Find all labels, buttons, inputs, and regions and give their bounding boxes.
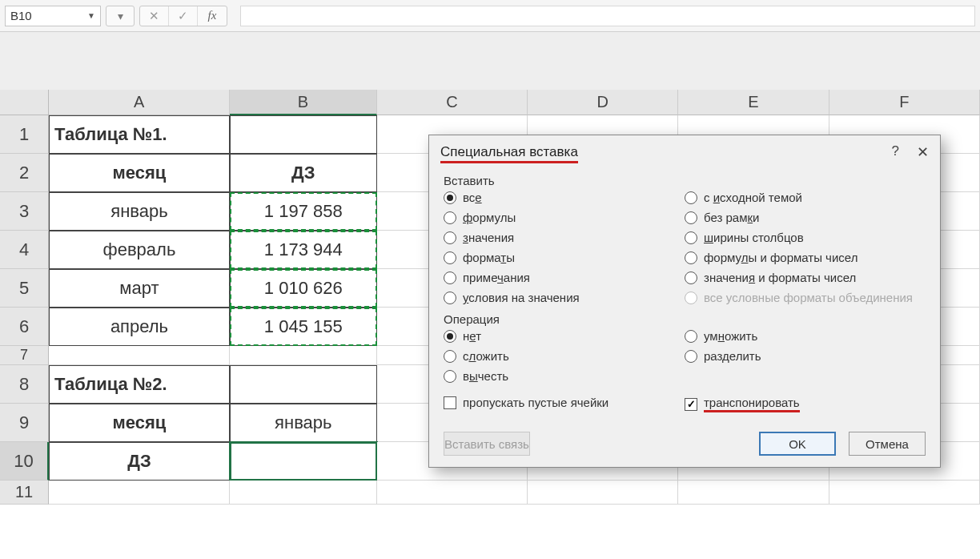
radio-icon xyxy=(685,251,697,264)
option-label: без рамки xyxy=(704,211,759,224)
paste-section-label: Вставить xyxy=(444,174,926,187)
column-header-C[interactable]: C xyxy=(377,90,528,115)
paste-link-button[interactable]: Вставить связь xyxy=(444,432,530,456)
row-header-9[interactable]: 9 xyxy=(0,404,49,442)
radio-icon xyxy=(685,271,697,284)
fx-icon: fx xyxy=(208,9,217,22)
row-header-8[interactable]: 8 xyxy=(0,365,49,404)
row-header-2[interactable]: 2 xyxy=(0,154,49,192)
cell-B8[interactable] xyxy=(230,365,377,404)
paste-option[interactable]: значения xyxy=(444,231,685,244)
radio-icon xyxy=(444,350,456,363)
cell-B4[interactable]: 1 173 944 xyxy=(230,231,377,269)
radio-icon xyxy=(444,251,456,264)
cell-A3[interactable]: январь xyxy=(49,192,230,231)
column-header-F[interactable]: F xyxy=(829,90,980,115)
row-header-6[interactable]: 6 xyxy=(0,308,49,346)
cell-C11[interactable] xyxy=(377,481,528,505)
column-header-E[interactable]: E xyxy=(678,90,829,115)
cancel-button[interactable]: Отмена xyxy=(849,432,926,456)
paste-option[interactable]: с исходной темой xyxy=(685,191,926,204)
option-label: вычесть xyxy=(463,369,508,383)
expand-button[interactable]: ▾ xyxy=(106,6,135,26)
cell-B2[interactable]: ДЗ xyxy=(230,154,377,192)
close-button[interactable]: ✕ xyxy=(917,143,929,161)
radio-icon xyxy=(685,292,697,304)
option-label: все условные форматы объединения xyxy=(704,291,913,304)
ok-button[interactable]: OK xyxy=(759,432,836,456)
cell-A6[interactable]: апрель xyxy=(49,308,230,346)
cell-B11[interactable] xyxy=(230,481,377,505)
help-button[interactable]: ? xyxy=(892,143,899,161)
radio-icon xyxy=(685,191,697,204)
cell-B7[interactable] xyxy=(230,346,377,365)
column-header-A[interactable]: A xyxy=(49,90,230,115)
paste-option[interactable]: формулы и форматы чисел xyxy=(685,251,926,264)
cell-A4[interactable]: февраль xyxy=(49,231,230,269)
radio-icon xyxy=(444,330,456,343)
cell-D11[interactable] xyxy=(528,481,678,505)
operation-option[interactable]: нет xyxy=(444,329,685,343)
operation-option[interactable]: вычесть xyxy=(444,369,685,383)
operation-option[interactable]: сложить xyxy=(444,349,685,363)
cancel-formula-button[interactable]: ✕ xyxy=(140,6,169,26)
cell-A5[interactable]: март xyxy=(49,269,230,308)
cell-A10[interactable]: ДЗ xyxy=(49,442,230,481)
cell-A11[interactable] xyxy=(49,481,230,505)
select-all-corner[interactable] xyxy=(0,90,49,115)
skip-blanks-checkbox[interactable]: пропускать пустые ячейки xyxy=(444,396,685,409)
radio-icon xyxy=(444,211,456,224)
cell-A7[interactable] xyxy=(49,346,230,365)
cell-B10[interactable] xyxy=(230,442,377,481)
cell-F11[interactable] xyxy=(829,481,980,505)
operation-option[interactable]: умножить xyxy=(685,329,926,343)
paste-option[interactable]: все xyxy=(444,191,685,204)
radio-icon xyxy=(444,231,456,244)
cell-B3[interactable]: 1 197 858 xyxy=(230,192,377,231)
paste-option[interactable]: значения и форматы чисел xyxy=(685,271,926,284)
cell-A1[interactable]: Таблица №1. xyxy=(49,115,230,154)
operation-section-label: Операция xyxy=(444,312,926,326)
row-header-11[interactable]: 11 xyxy=(0,481,49,505)
paste-option[interactable]: примечания xyxy=(444,271,685,284)
option-label: примечания xyxy=(463,271,530,284)
cell-A8[interactable]: Таблица №2. xyxy=(49,365,230,404)
option-label: разделить xyxy=(704,349,761,363)
formula-buttons: ✕ ✓ fx xyxy=(139,6,227,26)
row-header-7[interactable]: 7 xyxy=(0,346,49,365)
radio-icon xyxy=(685,211,697,224)
row-header-1[interactable]: 1 xyxy=(0,115,49,154)
transpose-label: транспонировать xyxy=(704,396,800,412)
row-header-5[interactable]: 5 xyxy=(0,269,49,308)
cell-A9[interactable]: месяц xyxy=(49,404,230,442)
transpose-checkbox[interactable]: транспонировать xyxy=(685,396,926,412)
paste-special-dialog: Специальная вставка ? ✕ Вставить всеформ… xyxy=(428,135,941,468)
row-header-10[interactable]: 10 xyxy=(0,442,49,481)
cell-B5[interactable]: 1 010 626 xyxy=(230,269,377,308)
option-label: все xyxy=(463,191,482,204)
fx-button[interactable]: fx xyxy=(198,6,227,26)
dropdown-icon[interactable]: ▼ xyxy=(87,11,95,20)
cell-B6[interactable]: 1 045 155 xyxy=(230,308,377,346)
row-header-4[interactable]: 4 xyxy=(0,231,49,269)
cell-A2[interactable]: месяц xyxy=(49,154,230,192)
option-label: условия на значения xyxy=(463,291,580,304)
row-header-3[interactable]: 3 xyxy=(0,192,49,231)
cell-B1[interactable] xyxy=(230,115,377,154)
name-box[interactable]: B10 ▼ xyxy=(5,6,101,26)
paste-option[interactable]: ширины столбцов xyxy=(685,231,926,244)
radio-icon xyxy=(444,271,456,284)
cell-E11[interactable] xyxy=(678,481,829,505)
operation-option[interactable]: разделить xyxy=(685,349,926,363)
column-header-B[interactable]: B xyxy=(230,90,377,115)
accept-formula-button[interactable]: ✓ xyxy=(169,6,198,26)
formula-input[interactable] xyxy=(240,6,975,26)
paste-option[interactable]: формулы xyxy=(444,211,685,224)
paste-option[interactable]: без рамки xyxy=(685,211,926,224)
paste-option[interactable]: форматы xyxy=(444,251,685,264)
paste-option[interactable]: условия на значения xyxy=(444,291,685,304)
column-header-D[interactable]: D xyxy=(528,90,678,115)
dialog-titlebar[interactable]: Специальная вставка ? ✕ xyxy=(429,135,940,164)
cell-B9[interactable]: январь xyxy=(230,404,377,442)
radio-icon xyxy=(444,191,456,204)
